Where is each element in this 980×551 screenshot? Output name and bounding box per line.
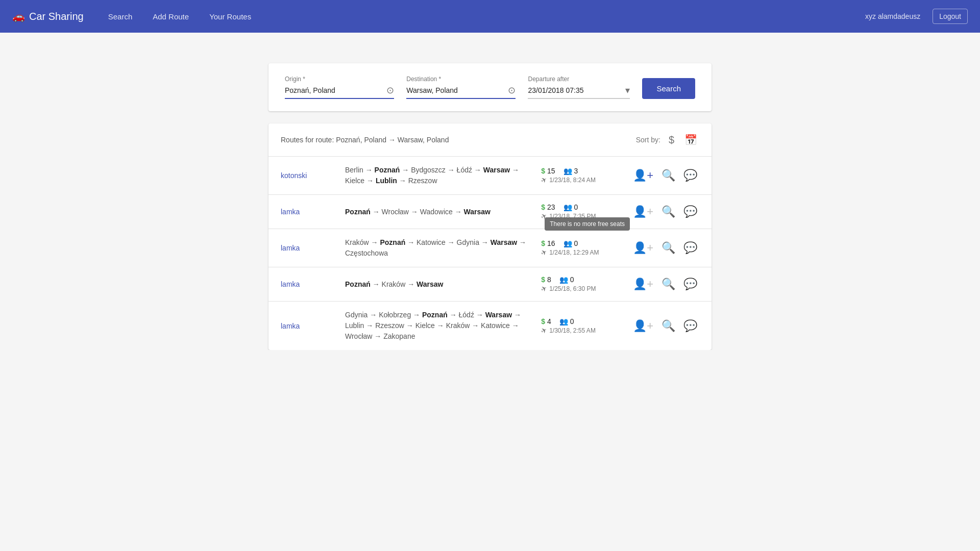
dollar-icon: $ [541, 167, 545, 175]
message-icon[interactable]: 💬 [681, 239, 699, 257]
meta-price-seats-row: $ 23 👥 0 [541, 203, 578, 211]
date-value: 1/23/18, 8:24 AM [549, 177, 596, 184]
seats-value: 0 [570, 317, 574, 325]
route-price: $ 16 [541, 239, 555, 247]
route-path: Poznań → Kraków → Warsaw [345, 279, 533, 290]
seats-icon: 👥 [559, 276, 568, 284]
brand[interactable]: 🚗 Car Sharing [12, 10, 84, 22]
date-value: 1/24/18, 12:29 AM [549, 249, 599, 256]
route-path: Poznań → Wrocław → Wadowice → Warsaw [345, 207, 533, 217]
price-value: 8 [547, 276, 551, 284]
origin-label: Origin * [285, 76, 394, 83]
route-seats: 👥 0 [564, 203, 578, 211]
seats-icon: 👥 [564, 203, 572, 211]
destination-field-group: Destination * ⊙ [406, 76, 516, 99]
meta-price-seats-row: $ 15 👥 3 [541, 167, 578, 175]
join-button: 👤+ [631, 276, 655, 293]
seats-value: 0 [570, 276, 574, 284]
seats-value: 0 [574, 239, 578, 247]
route-actions: 👤+ 🔍 💬 [631, 167, 699, 184]
departure-input[interactable] [528, 86, 625, 94]
route-meta: $ 15 👥 3 ✈ 1/23/18, 8:24 AM [541, 167, 623, 184]
table-row: lamka Poznań → Wrocław → Wadowice → Wars… [268, 195, 712, 229]
join-button: 👤+ [631, 203, 655, 220]
route-date: ✈ 1/23/18, 8:24 AM [541, 176, 596, 184]
search-detail-icon[interactable]: 🔍 [659, 239, 677, 257]
price-value: 4 [547, 317, 551, 325]
nav-username: xyz alamdadeusz [865, 12, 920, 20]
route-price: $ 8 [541, 276, 551, 284]
origin-location-icon[interactable]: ⊙ [386, 85, 394, 96]
route-seats: 👥 0 [564, 239, 578, 247]
route-actions: 👤+ 🔍 💬 [631, 203, 699, 220]
route-meta: $ 16 👥 0 ✈ 1/24/18, 12:29 AM [541, 239, 623, 257]
join-button[interactable]: 👤+ [631, 167, 655, 184]
meta-price-seats-row: $ 8 👥 0 [541, 276, 574, 284]
sort-label: Sort by: [636, 136, 660, 144]
route-price: $ 23 [541, 203, 555, 211]
message-icon[interactable]: 💬 [681, 203, 699, 220]
dollar-icon: $ [541, 276, 545, 284]
dollar-icon: $ [541, 239, 545, 247]
message-icon[interactable]: 💬 [681, 167, 699, 184]
departure-field: Departure after ▾ [528, 76, 630, 99]
origin-field-group: Origin * ⊙ [285, 76, 394, 99]
nav-search[interactable]: Search [100, 8, 141, 25]
logout-button[interactable]: Logout [933, 9, 968, 24]
departure-label: Departure after [528, 76, 630, 83]
route-actions: 👤+ 🔍 💬 [631, 317, 699, 335]
date-value: 1/25/18, 6:30 PM [549, 285, 596, 292]
search-detail-icon[interactable]: 🔍 [659, 276, 677, 293]
price-value: 16 [547, 239, 555, 247]
departure-plane-icon: ✈ [540, 284, 549, 294]
sort-date-icon[interactable]: 📅 [682, 132, 699, 148]
main-content: Origin * ⊙ Destination * ⊙ Departure aft… [260, 63, 720, 350]
meta-price-seats-row: $ 16 👥 0 [541, 239, 578, 247]
table-row: lamka Poznań → Kraków → Warsaw $ 8 👥 0 ✈… [268, 267, 712, 302]
search-detail-icon[interactable]: 🔍 [659, 203, 677, 220]
car-icon: 🚗 [12, 10, 25, 22]
departure-plane-icon: ✈ [540, 325, 549, 336]
destination-label: Destination * [406, 76, 516, 83]
price-value: 23 [547, 203, 555, 211]
search-card: Origin * ⊙ Destination * ⊙ Departure aft… [268, 63, 712, 111]
route-meta: $ 8 👥 0 ✈ 1/25/18, 6:30 PM [541, 276, 623, 293]
search-detail-icon[interactable]: 🔍 [659, 317, 677, 335]
route-actions: 👤+ 🔍 💬 [631, 276, 699, 293]
destination-input[interactable] [406, 86, 508, 94]
route-meta: $ 4 👥 0 ✈ 1/30/18, 2:55 AM [541, 317, 623, 335]
route-price: $ 15 [541, 167, 555, 175]
sort-price-icon[interactable]: $ [667, 132, 676, 148]
message-icon[interactable]: 💬 [681, 276, 699, 293]
route-actions: 👤+ 🔍 💬 [631, 239, 699, 257]
results-header: Routes for route: Poznań, Poland → Warsa… [268, 123, 712, 157]
price-value: 15 [547, 167, 555, 175]
departure-input-wrap: ▾ [528, 85, 630, 99]
seats-value: 0 [574, 203, 578, 211]
route-username: lamka [281, 280, 337, 288]
navbar: 🚗 Car Sharing Search Add Route Your Rout… [0, 0, 980, 33]
table-row: lamka Kraków → Poznań → Katowice → Gdyni… [268, 229, 712, 267]
seats-icon: 👥 [564, 167, 572, 175]
route-seats: 👥 0 [559, 276, 574, 284]
search-button[interactable]: Search [642, 78, 695, 99]
seats-icon: 👥 [559, 317, 568, 325]
route-date: ✈ 1/25/18, 6:30 PM [541, 285, 596, 293]
route-path: Kraków → Poznań → Katowice → Gdynia → Wa… [345, 237, 533, 259]
route-path: Gdynia → Kołobrzeg → Poznań → Łódź → War… [345, 310, 533, 342]
route-username: lamka [281, 322, 337, 330]
nav-your-routes[interactable]: Your Routes [201, 8, 259, 25]
departure-plane-icon: ✈ [540, 175, 549, 185]
brand-label: Car Sharing [29, 11, 84, 22]
seats-icon: 👥 [564, 239, 572, 247]
date-value: 1/30/18, 2:55 AM [549, 327, 596, 334]
table-row: lamka Gdynia → Kołobrzeg → Poznań → Łódź… [268, 302, 712, 350]
search-detail-icon[interactable]: 🔍 [659, 167, 677, 184]
nav-add-route[interactable]: Add Route [144, 8, 197, 25]
route-username: lamka [281, 244, 337, 252]
message-icon[interactable]: 💬 [681, 317, 699, 335]
destination-location-icon[interactable]: ⊙ [508, 85, 516, 96]
route-seats: 👥 3 [564, 167, 578, 175]
origin-input[interactable] [285, 86, 386, 94]
departure-chevron-icon[interactable]: ▾ [625, 85, 630, 96]
